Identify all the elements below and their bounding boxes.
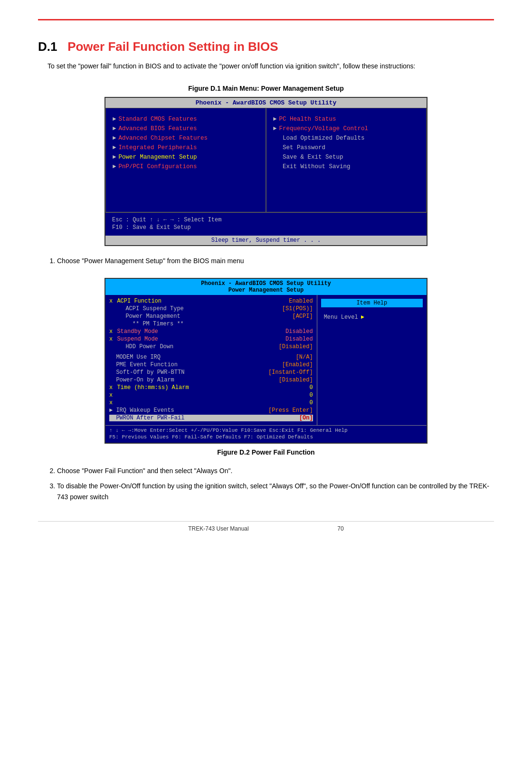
item-label: Standard CMOS Features (119, 116, 197, 123)
item-label: Exit Without Saving (283, 163, 351, 170)
bios-item-pnp: ► PnP/PCI Configurations (113, 163, 259, 170)
bios1-left-col: ► Standard CMOS Features ► Advanced BIOS… (105, 108, 266, 212)
step-1: Choose "Power Management Setup" from the… (57, 256, 494, 266)
item-label: Integrated Peripherals (119, 144, 197, 151)
item-label: Advanced BIOS Features (119, 125, 197, 132)
arrow-icon: ► (113, 116, 116, 123)
arrow-icon (273, 135, 280, 142)
arrow-icon: ► (113, 125, 116, 132)
bios2-footer-line1: ↑ ↓ ← →:Move Enter:Select +/-/PU/PD:Valu… (109, 428, 423, 433)
bios2-footer-line2: F5: Previous Values F6: Fail-Safe Defaul… (109, 434, 423, 440)
item-label: Power Management Setup (119, 154, 197, 161)
bios2-row-modem-irq: MODEM Use IRQ [N/A] (109, 354, 313, 361)
arrow-icon: ► (273, 125, 277, 132)
bios2-row-pwron-fail: PWRON After PWR-Fail [On] (109, 415, 313, 421)
instruction-list-2: Choose "Power Fail Function" and then se… (57, 466, 494, 502)
bios-item-save-exit: Save & Exit Setup (273, 154, 419, 161)
bios2-row-time-alarm: x Time (hh:mm:ss) Alarm 0 (109, 384, 313, 391)
item-label: PC Health Status (279, 116, 336, 123)
figure2-caption: Figure D.2 Power Fail Function (38, 448, 494, 456)
intro-paragraph: To set the "power fail" function in BIOS… (48, 61, 494, 71)
item-help-box: Item Help Menu Level ► (321, 299, 423, 323)
bios2-row-irq-wakeup: ► IRQ Wakeup Events [Press Enter] (109, 407, 313, 414)
bios1-status-bar: Sleep timer, Suspend timer . . . (105, 236, 427, 245)
menu-level-arrow: ► (361, 314, 364, 321)
item-label: Save & Exit Setup (283, 154, 343, 161)
bios2-row-acpi-suspend: ACPI Suspend Type [S1(POS)] (109, 305, 313, 312)
bios-screen-2: Phoenix - AwardBIOS CMOS Setup Utility P… (104, 278, 428, 444)
bios2-row-poweron-alarm: Power-On by Alarm [Disabled] (109, 377, 313, 383)
arrow-icon (273, 163, 280, 170)
bios-item-advanced-bios: ► Advanced BIOS Features (113, 125, 259, 132)
footer-left: TREK-743 User Manual (188, 525, 248, 532)
figure1-caption: Figure D.1 Main Menu: Power Management S… (38, 85, 494, 92)
bios2-row-power-mgmt: Power Management [ACPI] (109, 313, 313, 320)
arrow-icon (273, 154, 280, 161)
bios1-footer-line2: F10 : Save & Exit Setup (112, 224, 420, 231)
bios-item-freq-voltage: ► Frequency/Voltage Control (273, 125, 419, 132)
instruction-list: Choose "Power Management Setup" from the… (57, 256, 494, 266)
page-footer: TREK-743 User Manual 70 (38, 521, 494, 532)
step-2: Choose "Power Fail Function" and then se… (57, 466, 494, 476)
item-help-content: Menu Level ► (321, 307, 423, 323)
item-label: Load Optimized Defaults (283, 135, 365, 142)
step-3: To disable the Power-On/Off function by … (57, 481, 494, 502)
footer-page-number: 70 (337, 525, 343, 532)
bios-item-pc-health: ► PC Health Status (273, 116, 419, 123)
arrow-icon (273, 144, 280, 151)
section-prefix: D.1 (38, 39, 57, 54)
bios2-row-softoff: Soft-Off by PWR-BTTN [Instant-Off] (109, 369, 313, 376)
bios2-row-x3: x 0 (109, 399, 313, 406)
bios2-left-panel: x ACPI Function Enabled ACPI Suspend Typ… (105, 295, 317, 425)
bios-item-load-defaults: Load Optimized Defaults (273, 135, 419, 142)
bios-item-chipset: ► Advanced Chipset Features (113, 135, 259, 142)
item-label: Set Password (283, 144, 325, 151)
bios-item-standard: ► Standard CMOS Features (113, 116, 259, 123)
item-label: Advanced Chipset Features (119, 135, 208, 142)
arrow-icon: ► (113, 163, 116, 170)
bios2-row-standby: x Standby Mode Disabled (109, 328, 313, 335)
arrow-icon: ► (113, 135, 116, 142)
bios2-row-suspend: x Suspend Mode Disabled (109, 336, 313, 342)
bios1-footer-line1: Esc : Quit ↑ ↓ ← → : Select Item (112, 217, 420, 223)
bios-item-peripherals: ► Integrated Peripherals (113, 144, 259, 151)
arrow-icon: ► (113, 154, 116, 161)
bios-item-set-password: Set Password (273, 144, 419, 151)
bios-item-power-mgmt: ► Power Management Setup (113, 154, 259, 161)
bios2-right-panel: Item Help Menu Level ► (317, 295, 427, 425)
item-label: Frequency/Voltage Control (279, 125, 369, 132)
bios2-row-pme-func: PME Event Function [Enabled] (109, 361, 313, 368)
bios2-row-acpi: x ACPI Function Enabled (109, 298, 313, 304)
bios1-right-col: ► PC Health Status ► Frequency/Voltage C… (266, 108, 427, 212)
bios2-title: Phoenix - AwardBIOS CMOS Setup Utility P… (105, 279, 427, 295)
arrow-icon: ► (113, 144, 116, 151)
bios2-row-pm-timers: ** PM Timers ** (109, 321, 313, 327)
bios-item-exit-nosave: Exit Without Saving (273, 163, 419, 170)
page-header (38, 19, 494, 30)
bios2-row-hdd-power: HDD Power Down [Disabled] (109, 343, 313, 350)
bios-screen-1: Phoenix - AwardBIOS CMOS Setup Utility ►… (104, 97, 428, 246)
menu-level-row: Menu Level ► (324, 314, 420, 321)
bios2-row-x2: x 0 (109, 392, 313, 399)
bios1-footer: Esc : Quit ↑ ↓ ← → : Select Item F10 : S… (105, 212, 427, 236)
item-label: PnP/PCI Configurations (119, 163, 197, 170)
section-heading: Power Fail Function Setting in BIOS (67, 39, 278, 54)
item-help-title: Item Help (321, 299, 423, 307)
arrow-icon: ► (273, 116, 277, 123)
bios2-footer: ↑ ↓ ← →:Move Enter:Select +/-/PU/PD:Valu… (105, 425, 427, 443)
section-title: D.1 Power Fail Function Setting in BIOS (38, 39, 494, 54)
bios1-title: Phoenix - AwardBIOS CMOS Setup Utility (105, 98, 427, 108)
